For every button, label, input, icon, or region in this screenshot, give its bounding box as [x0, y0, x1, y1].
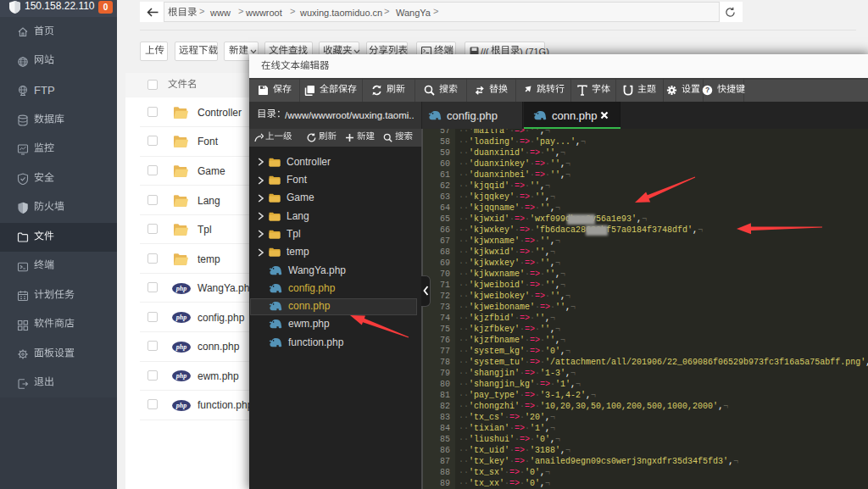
svg-text:?: ? — [705, 86, 709, 94]
